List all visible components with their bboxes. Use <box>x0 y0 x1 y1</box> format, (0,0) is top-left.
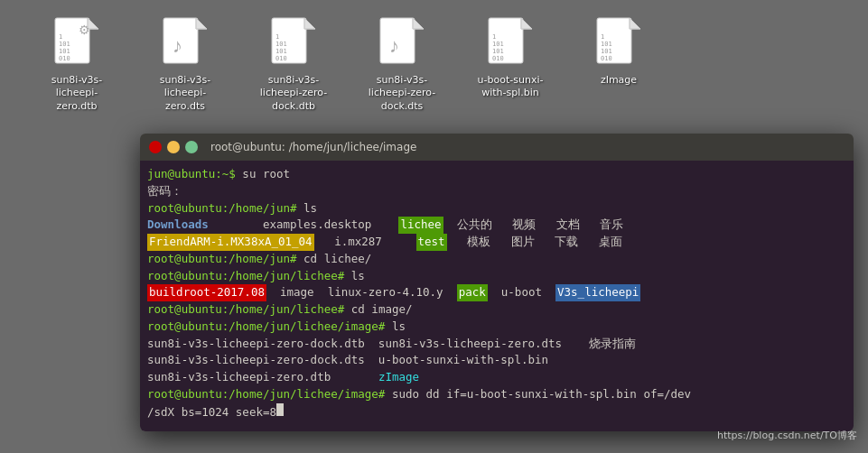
terminal-line-2: 密码： <box>147 183 846 200</box>
terminal-line-13: sun8i-v3s-licheepi-zero.dtb zImage <box>147 369 846 386</box>
svg-text:1: 1 <box>275 33 279 41</box>
svg-text:010: 010 <box>492 55 504 62</box>
file-icon-dts2[interactable]: ♪ sun8i-v3s-licheepi-zero-dock.dts <box>361 16 443 113</box>
ls-lichee: lichee <box>398 217 443 234</box>
prompt-1: jun@ubuntu:~$ <box>147 166 242 183</box>
ls-sep1: examples.desktop <box>209 217 399 234</box>
file-icon-img-zimage: 1 101 101 010 <box>595 16 642 70</box>
terminal-line-14: root@ubuntu:/home/jun/lichee/image# sudo… <box>147 386 846 403</box>
prompt-7: root@ubuntu:/home/jun/lichee# <box>147 268 351 285</box>
ls-l-sep1: image linux-zero-4.10.y <box>266 284 457 301</box>
file-icon-label-dtb1: sun8i-v3s-licheepi-zero.dtb <box>36 74 117 113</box>
file-icon-img-bin: 1 101 101 010 <box>487 16 534 70</box>
ls-test: test <box>416 234 447 251</box>
ls-img-1: sun8i-v3s-licheepi-zero-dock.dtb sun8i-v… <box>147 336 636 353</box>
terminal-cursor <box>276 403 284 416</box>
terminal-body[interactable]: jun@ubuntu:~$ su root 密码： root@ubuntu:/h… <box>140 161 854 431</box>
terminal-line-10: root@ubuntu:/home/jun/lichee/image# ls <box>147 319 846 336</box>
terminal-window: root@ubuntu: /home/jun/lichee/image jun@… <box>140 134 854 431</box>
svg-text:010: 010 <box>59 55 70 62</box>
file-icon-dtb2[interactable]: 1 101 101 010 sun8i-v3s-licheepi-zero-do… <box>253 16 334 113</box>
ls-downloads: Downloads <box>147 217 209 234</box>
file-icon-label-dtb2: sun8i-v3s-licheepi-zero-dock.dtb <box>253 74 334 113</box>
desktop: 1 101 101 010 ⚙ sun8i-v3s-licheepi-zero.… <box>0 0 868 453</box>
cmd-6: cd lichee/ <box>303 251 371 268</box>
terminal-line-8: buildroot-2017.08 image linux-zero-4.10.… <box>147 284 846 301</box>
file-icons-row: 1 101 101 010 ⚙ sun8i-v3s-licheepi-zero.… <box>0 0 868 129</box>
watermark: https://blog.csdn.net/TO博客 <box>717 429 857 442</box>
file-icon-img-dtb1: 1 101 101 010 ⚙ <box>53 16 100 70</box>
svg-text:1: 1 <box>601 33 604 41</box>
ls-sep2: i.mx287 <box>314 234 416 251</box>
terminal-line-4: Downloads examples.desktop lichee 公共的 视频… <box>147 217 846 234</box>
svg-marker-28 <box>521 18 532 29</box>
file-icon-bin[interactable]: 1 101 101 010 u-boot-sunxi-with-spl.bin <box>470 16 551 100</box>
ls-v3s: V3s_licheepi <box>555 284 640 301</box>
terminal-line-15: /sdX bs=1024 seek=8 <box>147 403 846 421</box>
ls-buildroot: buildroot-2017.08 <box>147 284 266 301</box>
svg-marker-36 <box>630 18 640 29</box>
ls-img-3: sun8i-v3s-licheepi-zero.dtb <box>147 369 378 386</box>
terminal-line-1: jun@ubuntu:~$ su root <box>147 166 846 183</box>
svg-text:101: 101 <box>275 41 287 48</box>
terminal-line-3: root@ubuntu:/home/jun# ls <box>147 200 846 217</box>
ls-cn1: 公共的 视频 文档 音乐 <box>443 217 624 234</box>
file-icon-label-bin: u-boot-sunxi-with-spl.bin <box>470 74 551 100</box>
ls-l-sep2: u-boot <box>488 284 555 301</box>
svg-text:♪: ♪ <box>389 34 399 57</box>
file-icon-img-dtb2: 1 101 101 010 <box>270 16 317 70</box>
file-icon-dts1[interactable]: ♪ sun8i-v3s-licheepi-zero.dts <box>145 16 226 113</box>
file-icon-img-dts1: ♪ <box>162 16 209 70</box>
file-icon-dtb1[interactable]: 1 101 101 010 ⚙ sun8i-v3s-licheepi-zero.… <box>36 16 117 113</box>
ls-img-2: sun8i-v3s-licheepi-zero-dock.dts u-boot-… <box>147 352 548 369</box>
file-icon-label-dts1: sun8i-v3s-licheepi-zero.dts <box>145 74 226 113</box>
svg-text:101: 101 <box>59 48 70 55</box>
terminal-titlebar: root@ubuntu: /home/jun/lichee/image <box>140 134 854 161</box>
file-icon-zimage[interactable]: 1 101 101 010 zImage <box>578 16 659 87</box>
terminal-line-5: FriendARM-i.MX38xA_01_04 i.mx287 test 模板… <box>147 234 846 251</box>
cmd-9: cd image/ <box>351 301 413 319</box>
prompt-6: root@ubuntu:/home/jun# <box>147 251 303 268</box>
terminal-title: root@ubuntu: /home/jun/lichee/image <box>210 141 416 153</box>
cmd-10: ls <box>392 319 406 336</box>
svg-text:⚙: ⚙ <box>79 23 90 37</box>
prompt-10: root@ubuntu:/home/jun/lichee/image# <box>147 319 392 336</box>
minimize-button[interactable] <box>167 141 180 153</box>
svg-text:101: 101 <box>601 48 612 55</box>
terminal-line-7: root@ubuntu:/home/jun/lichee# ls <box>147 268 846 285</box>
svg-marker-23 <box>413 18 424 29</box>
terminal-line-6: root@ubuntu:/home/jun# cd lichee/ <box>147 251 846 268</box>
svg-marker-10 <box>196 18 207 29</box>
terminal-line-9: root@ubuntu:/home/jun/lichee# cd image/ <box>147 301 846 319</box>
file-icon-label-dts2: sun8i-v3s-licheepi-zero-dock.dts <box>361 74 443 113</box>
svg-text:010: 010 <box>601 55 612 62</box>
cmd-15: /sdX bs=1024 seek=8 <box>147 404 276 421</box>
cmd-1: su root <box>242 166 290 183</box>
svg-text:101: 101 <box>275 48 287 55</box>
file-icon-img-dts2: ♪ <box>378 16 425 70</box>
ls-friendarm: FriendARM-i.MX38xA_01_04 <box>147 234 314 251</box>
svg-text:♪: ♪ <box>173 34 182 57</box>
output-password: 密码： <box>147 183 182 200</box>
svg-text:101: 101 <box>59 41 70 48</box>
ls-cn2: 模板 图片 下载 桌面 <box>447 234 622 251</box>
cmd-3: ls <box>303 200 317 217</box>
svg-text:101: 101 <box>601 41 612 48</box>
terminal-line-11: sun8i-v3s-licheepi-zero-dock.dtb sun8i-v… <box>147 336 846 353</box>
ls-pack: pack <box>457 284 488 301</box>
prompt-9: root@ubuntu:/home/jun/lichee# <box>147 301 351 319</box>
watermark-text: https://blog.csdn.net/TO博客 <box>717 430 857 441</box>
svg-text:101: 101 <box>492 41 504 48</box>
svg-marker-15 <box>304 18 315 29</box>
svg-text:010: 010 <box>275 55 287 62</box>
cmd-14: sudo dd if=u-boot-sunxi-with-spl.bin of=… <box>392 386 691 403</box>
svg-text:1: 1 <box>492 33 496 41</box>
file-icon-label-zimage: zImage <box>601 74 637 87</box>
maximize-button[interactable] <box>185 141 198 153</box>
close-button[interactable] <box>149 141 162 153</box>
cmd-7: ls <box>351 268 365 285</box>
prompt-3: root@ubuntu:/home/jun# <box>147 200 303 217</box>
prompt-14: root@ubuntu:/home/jun/lichee/image# <box>147 386 392 403</box>
svg-text:1: 1 <box>59 33 62 41</box>
terminal-line-12: sun8i-v3s-licheepi-zero-dock.dts u-boot-… <box>147 352 846 369</box>
